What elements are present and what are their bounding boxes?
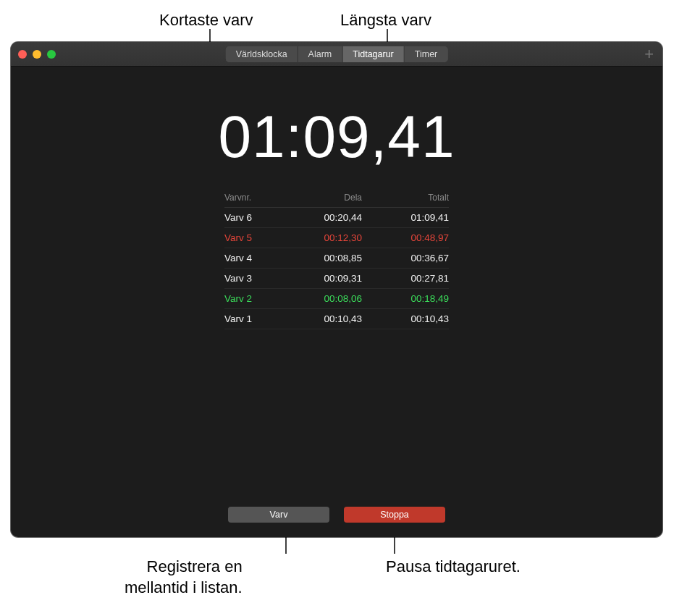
lap-row: Varv 100:10,4300:10,43 [224,309,449,329]
lap-row: Varv 300:09,3100:27,81 [224,269,449,289]
stopwatch-window: Världsklocka Alarm Tidtagarur Timer + 01… [11,42,662,537]
lap-number: Varv 4 [224,253,282,263]
lap-button[interactable]: Varv [228,507,329,523]
lap-number: Varv 2 [224,293,282,304]
lap-number: Varv 5 [224,232,282,243]
lap-row: Varv 400:08,8500:36,67 [224,248,449,269]
lap-table: Varvnr. Dela Totalt Varv 600:20,4401:09,… [224,188,449,329]
lap-total: 00:18,49 [362,293,449,304]
lap-row: Varv 500:12,3000:48,97 [224,228,449,248]
callout-pause-stopwatch: Pausa tidtagaruret. [386,557,521,578]
zoom-icon[interactable] [47,50,56,59]
lap-row: Varv 200:08,0600:18,49 [224,289,449,309]
callout-record-lap: Registrera en mellantid i listan. [125,557,243,598]
lap-number: Varv 1 [224,313,282,324]
lap-row: Varv 600:20,4401:09,41 [224,208,449,228]
stop-button[interactable]: Stoppa [344,507,445,523]
close-icon[interactable] [18,50,27,59]
lap-total: 01:09,41 [362,212,449,223]
tab-stopwatch[interactable]: Tidtagarur [342,46,405,62]
lap-total: 00:27,81 [362,273,449,284]
lap-total: 00:36,67 [362,253,449,263]
lap-col-header-total: Totalt [362,193,449,203]
lap-col-header-split: Dela [282,193,362,203]
lap-number: Varv 3 [224,273,282,284]
lap-split: 00:08,85 [282,253,362,263]
lap-col-header-number: Varvnr. [224,193,282,203]
mode-tabs: Världsklocka Alarm Tidtagarur Timer [226,46,448,62]
tab-timer[interactable]: Timer [405,46,447,62]
callout-longest-lap: Längsta varv [340,10,431,31]
plus-icon[interactable]: + [644,45,654,64]
lap-split: 00:20,44 [282,212,362,223]
lap-split: 00:12,30 [282,232,362,243]
lap-number: Varv 6 [224,212,282,223]
lap-split: 00:09,31 [282,273,362,284]
stopwatch-time-display: 01:09,41 [11,103,662,171]
tab-alarm[interactable]: Alarm [298,46,343,62]
window-titlebar: Världsklocka Alarm Tidtagarur Timer + [11,42,662,67]
stopwatch-content: 01:09,41 Varvnr. Dela Totalt Varv 600:20… [11,67,662,329]
lap-total: 00:10,43 [362,313,449,324]
window-traffic-lights [18,50,56,59]
lap-split: 00:10,43 [282,313,362,324]
lap-total: 00:48,97 [362,232,449,243]
minimize-icon[interactable] [33,50,41,59]
lap-table-header: Varvnr. Dela Totalt [224,188,449,208]
stopwatch-controls: Varv Stoppa [228,507,445,523]
callout-shortest-lap: Kortaste varv [159,10,253,31]
tab-world-clock[interactable]: Världsklocka [226,46,298,62]
lap-split: 00:08,06 [282,293,362,304]
